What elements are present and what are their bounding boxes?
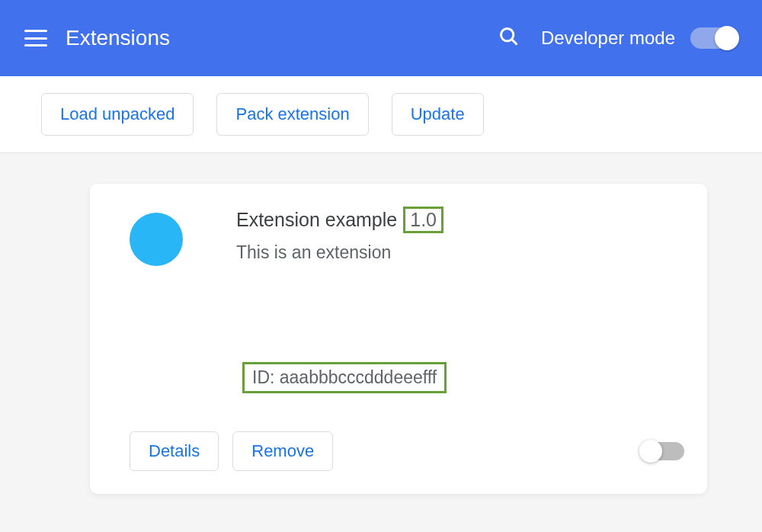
- remove-button[interactable]: Remove: [232, 431, 333, 471]
- update-button[interactable]: Update: [392, 93, 484, 136]
- developer-mode-label: Developer mode: [541, 27, 675, 49]
- search-icon[interactable]: [498, 26, 520, 50]
- menu-icon[interactable]: [24, 30, 47, 46]
- svg-point-0: [501, 29, 513, 41]
- pack-extension-button[interactable]: Pack extension: [216, 93, 368, 136]
- extension-enable-toggle[interactable]: [642, 442, 684, 460]
- extension-card: Extension example 1.0 This is an extensi…: [90, 184, 707, 494]
- extension-icon: [130, 213, 183, 266]
- load-unpacked-button[interactable]: Load unpacked: [41, 93, 194, 136]
- page-title: Extensions: [66, 26, 498, 50]
- extension-name: Extension example: [236, 209, 397, 231]
- developer-mode-toggle[interactable]: [690, 27, 738, 49]
- details-button[interactable]: Details: [130, 431, 219, 471]
- extension-version: 1.0: [403, 207, 443, 233]
- extension-description: This is an extension: [236, 242, 684, 263]
- extension-id: ID: aaabbbcccdddeeefff: [242, 362, 447, 393]
- svg-line-1: [511, 40, 517, 45]
